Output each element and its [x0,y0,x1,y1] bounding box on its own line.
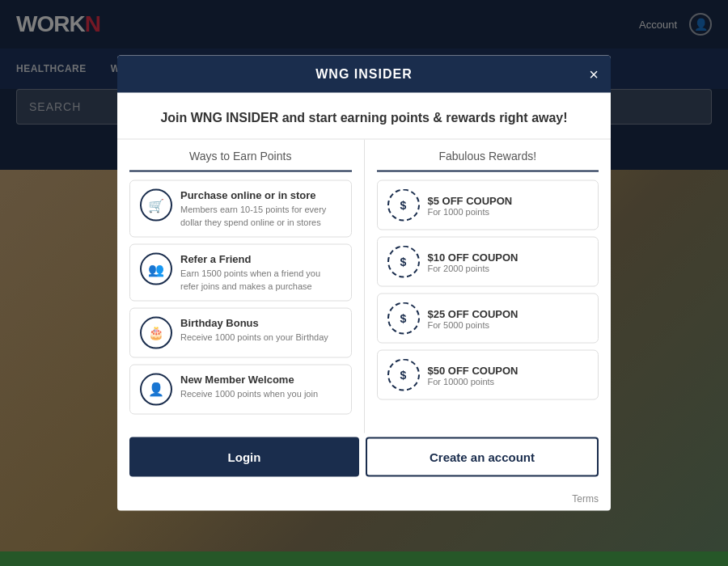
terms-link[interactable]: Terms [572,492,599,504]
reward-sub-50: For 10000 points [428,376,518,386]
reward-card-10: $ $10 OFF COUPON For 2000 points [377,237,599,287]
col-rewards: Fabulous Rewards! $ $5 OFF COUPON For 10… [365,140,612,433]
modal: WNG INSIDER × Join WNG INSIDER and start… [117,56,611,511]
earn-info-refer: Refer a Friend Earn 1500 points when a f… [180,253,341,293]
create-account-button[interactable]: Create an account [366,437,599,476]
reward-title-5: $5 OFF COUPON [428,194,513,206]
reward-info-50: $50 OFF COUPON For 10000 points [428,364,518,386]
earn-card-birthday: 🎂 Birthday Bonus Receive 1000 points on … [129,307,352,357]
reward-sub-25: For 5000 points [428,319,518,329]
reward-title-10: $10 OFF COUPON [428,251,518,263]
modal-footer: Terms [117,488,611,510]
dollar-icon-25: $ [387,302,420,335]
reward-card-25: $ $25 OFF COUPON For 5000 points [377,294,599,344]
earn-desc-purchase: Members earn 10-15 points for every doll… [180,204,341,229]
rewards-col-header: Fabulous Rewards! [377,140,599,172]
reward-title-25: $25 OFF COUPON [428,307,518,319]
earn-desc-welcome: Receive 1000 points when you join [180,387,318,399]
dollar-icon-10: $ [387,246,420,278]
modal-close-button[interactable]: × [589,66,599,82]
reward-card-5: $ $5 OFF COUPON For 1000 points [377,180,599,230]
earn-info-birthday: Birthday Bonus Receive 1000 points on yo… [180,316,328,343]
earn-card-welcome: 👤 New Member Welcome Receive 1000 points… [129,364,352,414]
modal-subtitle: Join WNG INSIDER and start earning point… [117,93,611,139]
modal-title: WNG INSIDER [315,67,412,81]
earn-title-purchase: Purchase online or in store [180,189,341,201]
reward-sub-10: For 2000 points [428,263,518,272]
modal-header: WNG INSIDER × [117,56,611,93]
welcome-icon: 👤 [140,373,172,405]
dollar-icon-5: $ [387,189,420,222]
reward-sub-5: For 1000 points [428,206,513,216]
reward-info-5: $5 OFF COUPON For 1000 points [428,194,513,216]
refer-icon: 👥 [140,253,172,285]
modal-columns: Ways to Earn Points 🛒 Purchase online or… [117,139,611,433]
earn-desc-birthday: Receive 1000 points on your Birthday [180,331,328,343]
earn-title-refer: Refer a Friend [180,253,341,265]
earn-desc-refer: Earn 1500 points when a friend you refer… [180,268,341,293]
reward-info-10: $10 OFF COUPON For 2000 points [428,251,518,272]
earn-title-birthday: Birthday Bonus [180,316,328,328]
col-earn: Ways to Earn Points 🛒 Purchase online or… [117,140,365,433]
cart-icon: 🛒 [140,189,172,222]
earn-card-refer: 👥 Refer a Friend Earn 1500 points when a… [129,244,352,302]
earn-info-purchase: Purchase online or in store Members earn… [180,189,341,229]
reward-title-50: $50 OFF COUPON [428,364,518,376]
reward-card-50: $ $50 OFF COUPON For 10000 points [377,350,599,400]
dollar-icon-50: $ [387,359,420,391]
reward-info-25: $25 OFF COUPON For 5000 points [428,307,518,329]
modal-buttons: Login Create an account [117,433,611,488]
earn-card-purchase: 🛒 Purchase online or in store Members ea… [129,180,352,238]
login-button[interactable]: Login [129,437,359,476]
earn-title-welcome: New Member Welcome [180,373,318,385]
earn-info-welcome: New Member Welcome Receive 1000 points w… [180,373,318,399]
earn-col-header: Ways to Earn Points [129,140,352,172]
birthday-icon: 🎂 [140,316,172,348]
